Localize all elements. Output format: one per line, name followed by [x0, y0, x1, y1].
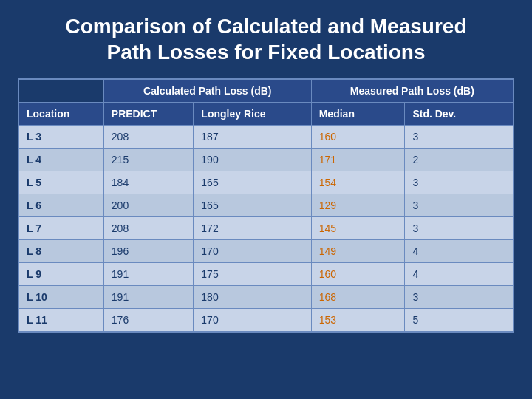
- cell-stddev: 3: [405, 217, 514, 240]
- cell-stddev: 3: [405, 194, 514, 217]
- table-wrapper: Calculated Path Loss (dB) Measured Path …: [18, 78, 514, 332]
- group-header-measured: Measured Path Loss (dB): [311, 79, 514, 103]
- table-body: L 32081871603L 42151901712L 51841651543L…: [18, 126, 514, 332]
- cell-stddev: 3: [405, 171, 514, 194]
- cell-location: L 11: [18, 309, 103, 332]
- table-row: L 72081721453: [18, 217, 514, 240]
- cell-stddev: 4: [405, 240, 514, 263]
- col-header-location: Location: [18, 103, 103, 126]
- col-header-longley: Longley Rice: [194, 103, 311, 126]
- cell-longley: 175: [194, 263, 311, 286]
- cell-median: 160: [311, 263, 405, 286]
- cell-predict: 208: [103, 217, 194, 240]
- sub-header-row: Location PREDICT Longley Rice Median Std…: [18, 103, 514, 126]
- data-table: Calculated Path Loss (dB) Measured Path …: [18, 78, 514, 332]
- cell-location: L 4: [18, 149, 103, 171]
- table-row: L 51841651543: [18, 171, 514, 194]
- cell-location: L 10: [18, 286, 103, 309]
- group-header-empty: [18, 79, 103, 103]
- table-row: L 111761701535: [18, 309, 514, 332]
- cell-predict: 208: [103, 126, 194, 149]
- page-title: Comparison of Calculated and Measured Pa…: [66, 13, 467, 65]
- cell-median: 160: [311, 126, 405, 149]
- cell-location: L 9: [18, 263, 103, 286]
- cell-location: L 8: [18, 240, 103, 263]
- cell-median: 145: [311, 217, 405, 240]
- cell-longley: 172: [194, 217, 311, 240]
- cell-median: 171: [311, 149, 405, 171]
- cell-median: 153: [311, 309, 405, 332]
- cell-longley: 170: [194, 240, 311, 263]
- cell-stddev: 4: [405, 263, 514, 286]
- cell-longley: 190: [194, 149, 311, 171]
- cell-longley: 165: [194, 171, 311, 194]
- cell-longley: 180: [194, 286, 311, 309]
- cell-location: L 7: [18, 217, 103, 240]
- cell-stddev: 5: [405, 309, 514, 332]
- table-row: L 32081871603: [18, 126, 514, 149]
- cell-predict: 184: [103, 171, 194, 194]
- table-row: L 42151901712: [18, 149, 514, 171]
- col-header-median: Median: [311, 103, 405, 126]
- cell-median: 168: [311, 286, 405, 309]
- col-header-stddev: Std. Dev.: [405, 103, 514, 126]
- cell-longley: 170: [194, 309, 311, 332]
- cell-median: 149: [311, 240, 405, 263]
- cell-median: 154: [311, 171, 405, 194]
- cell-predict: 191: [103, 263, 194, 286]
- cell-predict: 200: [103, 194, 194, 217]
- cell-longley: 187: [194, 126, 311, 149]
- cell-stddev: 3: [405, 126, 514, 149]
- table-row: L 91911751604: [18, 263, 514, 286]
- cell-longley: 165: [194, 194, 311, 217]
- cell-predict: 191: [103, 286, 194, 309]
- cell-predict: 215: [103, 149, 194, 171]
- cell-stddev: 3: [405, 286, 514, 309]
- cell-median: 129: [311, 194, 405, 217]
- cell-predict: 196: [103, 240, 194, 263]
- cell-location: L 6: [18, 194, 103, 217]
- table-row: L 62001651293: [18, 194, 514, 217]
- cell-stddev: 2: [405, 149, 514, 171]
- table-row: L 81961701494: [18, 240, 514, 263]
- group-header-row: Calculated Path Loss (dB) Measured Path …: [18, 79, 514, 103]
- cell-location: L 5: [18, 171, 103, 194]
- col-header-predict: PREDICT: [103, 103, 194, 126]
- cell-location: L 3: [18, 126, 103, 149]
- group-header-calculated: Calculated Path Loss (dB): [103, 79, 311, 103]
- cell-predict: 176: [103, 309, 194, 332]
- table-row: L 101911801683: [18, 286, 514, 309]
